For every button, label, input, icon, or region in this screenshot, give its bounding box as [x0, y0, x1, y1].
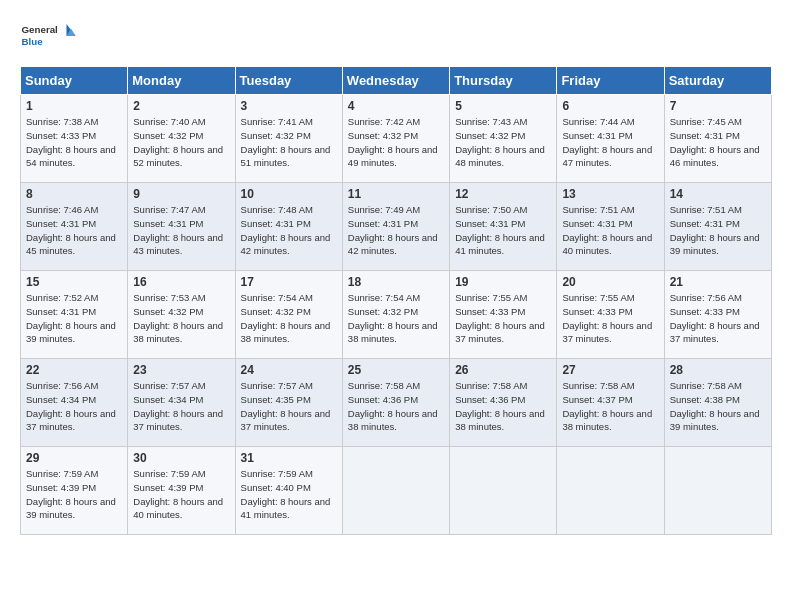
day-number: 12 [455, 187, 551, 201]
calendar-cell [664, 447, 771, 535]
calendar-cell: 31 Sunrise: 7:59 AMSunset: 4:40 PMDaylig… [235, 447, 342, 535]
svg-text:General: General [22, 24, 59, 35]
day-number: 22 [26, 363, 122, 377]
calendar-cell: 5 Sunrise: 7:43 AMSunset: 4:32 PMDayligh… [450, 95, 557, 183]
calendar-cell: 26 Sunrise: 7:58 AMSunset: 4:36 PMDaylig… [450, 359, 557, 447]
cell-details: Sunrise: 7:58 AMSunset: 4:36 PMDaylight:… [348, 380, 438, 432]
calendar-cell: 30 Sunrise: 7:59 AMSunset: 4:39 PMDaylig… [128, 447, 235, 535]
calendar-cell: 18 Sunrise: 7:54 AMSunset: 4:32 PMDaylig… [342, 271, 449, 359]
calendar-body: 1 Sunrise: 7:38 AMSunset: 4:33 PMDayligh… [21, 95, 772, 535]
day-number: 28 [670, 363, 766, 377]
day-number: 9 [133, 187, 229, 201]
logo: General Blue [20, 16, 80, 56]
day-number: 16 [133, 275, 229, 289]
day-number: 20 [562, 275, 658, 289]
cell-details: Sunrise: 7:47 AMSunset: 4:31 PMDaylight:… [133, 204, 223, 256]
cell-details: Sunrise: 7:38 AMSunset: 4:33 PMDaylight:… [26, 116, 116, 168]
day-number: 5 [455, 99, 551, 113]
cell-details: Sunrise: 7:44 AMSunset: 4:31 PMDaylight:… [562, 116, 652, 168]
cell-details: Sunrise: 7:41 AMSunset: 4:32 PMDaylight:… [241, 116, 331, 168]
calendar-cell: 9 Sunrise: 7:47 AMSunset: 4:31 PMDayligh… [128, 183, 235, 271]
cell-details: Sunrise: 7:52 AMSunset: 4:31 PMDaylight:… [26, 292, 116, 344]
calendar-cell: 4 Sunrise: 7:42 AMSunset: 4:32 PMDayligh… [342, 95, 449, 183]
day-of-week-header: Monday [128, 67, 235, 95]
cell-details: Sunrise: 7:48 AMSunset: 4:31 PMDaylight:… [241, 204, 331, 256]
day-number: 24 [241, 363, 337, 377]
cell-details: Sunrise: 7:53 AMSunset: 4:32 PMDaylight:… [133, 292, 223, 344]
calendar-week-row: 22 Sunrise: 7:56 AMSunset: 4:34 PMDaylig… [21, 359, 772, 447]
calendar-cell: 6 Sunrise: 7:44 AMSunset: 4:31 PMDayligh… [557, 95, 664, 183]
calendar-cell: 19 Sunrise: 7:55 AMSunset: 4:33 PMDaylig… [450, 271, 557, 359]
calendar-cell [342, 447, 449, 535]
cell-details: Sunrise: 7:56 AMSunset: 4:33 PMDaylight:… [670, 292, 760, 344]
calendar-header-row: SundayMondayTuesdayWednesdayThursdayFrid… [21, 67, 772, 95]
calendar-week-row: 15 Sunrise: 7:52 AMSunset: 4:31 PMDaylig… [21, 271, 772, 359]
calendar-cell: 23 Sunrise: 7:57 AMSunset: 4:34 PMDaylig… [128, 359, 235, 447]
calendar-cell: 14 Sunrise: 7:51 AMSunset: 4:31 PMDaylig… [664, 183, 771, 271]
day-number: 8 [26, 187, 122, 201]
cell-details: Sunrise: 7:59 AMSunset: 4:39 PMDaylight:… [133, 468, 223, 520]
day-of-week-header: Tuesday [235, 67, 342, 95]
calendar-cell: 8 Sunrise: 7:46 AMSunset: 4:31 PMDayligh… [21, 183, 128, 271]
calendar-cell: 28 Sunrise: 7:58 AMSunset: 4:38 PMDaylig… [664, 359, 771, 447]
cell-details: Sunrise: 7:58 AMSunset: 4:37 PMDaylight:… [562, 380, 652, 432]
day-number: 23 [133, 363, 229, 377]
cell-details: Sunrise: 7:51 AMSunset: 4:31 PMDaylight:… [562, 204, 652, 256]
cell-details: Sunrise: 7:57 AMSunset: 4:34 PMDaylight:… [133, 380, 223, 432]
calendar-week-row: 8 Sunrise: 7:46 AMSunset: 4:31 PMDayligh… [21, 183, 772, 271]
day-number: 29 [26, 451, 122, 465]
day-number: 13 [562, 187, 658, 201]
cell-details: Sunrise: 7:46 AMSunset: 4:31 PMDaylight:… [26, 204, 116, 256]
calendar-cell: 25 Sunrise: 7:58 AMSunset: 4:36 PMDaylig… [342, 359, 449, 447]
calendar-cell: 27 Sunrise: 7:58 AMSunset: 4:37 PMDaylig… [557, 359, 664, 447]
calendar-cell: 1 Sunrise: 7:38 AMSunset: 4:33 PMDayligh… [21, 95, 128, 183]
day-number: 30 [133, 451, 229, 465]
day-number: 6 [562, 99, 658, 113]
day-of-week-header: Thursday [450, 67, 557, 95]
cell-details: Sunrise: 7:49 AMSunset: 4:31 PMDaylight:… [348, 204, 438, 256]
calendar-cell [450, 447, 557, 535]
calendar-week-row: 1 Sunrise: 7:38 AMSunset: 4:33 PMDayligh… [21, 95, 772, 183]
day-of-week-header: Sunday [21, 67, 128, 95]
day-number: 1 [26, 99, 122, 113]
calendar-week-row: 29 Sunrise: 7:59 AMSunset: 4:39 PMDaylig… [21, 447, 772, 535]
day-number: 14 [670, 187, 766, 201]
day-number: 7 [670, 99, 766, 113]
cell-details: Sunrise: 7:58 AMSunset: 4:36 PMDaylight:… [455, 380, 545, 432]
cell-details: Sunrise: 7:51 AMSunset: 4:31 PMDaylight:… [670, 204, 760, 256]
calendar-cell: 17 Sunrise: 7:54 AMSunset: 4:32 PMDaylig… [235, 271, 342, 359]
calendar-cell [557, 447, 664, 535]
calendar-cell: 11 Sunrise: 7:49 AMSunset: 4:31 PMDaylig… [342, 183, 449, 271]
day-number: 11 [348, 187, 444, 201]
calendar-cell: 10 Sunrise: 7:48 AMSunset: 4:31 PMDaylig… [235, 183, 342, 271]
calendar-cell: 16 Sunrise: 7:53 AMSunset: 4:32 PMDaylig… [128, 271, 235, 359]
calendar-cell: 12 Sunrise: 7:50 AMSunset: 4:31 PMDaylig… [450, 183, 557, 271]
calendar-cell: 3 Sunrise: 7:41 AMSunset: 4:32 PMDayligh… [235, 95, 342, 183]
cell-details: Sunrise: 7:55 AMSunset: 4:33 PMDaylight:… [562, 292, 652, 344]
day-number: 2 [133, 99, 229, 113]
cell-details: Sunrise: 7:56 AMSunset: 4:34 PMDaylight:… [26, 380, 116, 432]
calendar-cell: 7 Sunrise: 7:45 AMSunset: 4:31 PMDayligh… [664, 95, 771, 183]
cell-details: Sunrise: 7:40 AMSunset: 4:32 PMDaylight:… [133, 116, 223, 168]
calendar-cell: 20 Sunrise: 7:55 AMSunset: 4:33 PMDaylig… [557, 271, 664, 359]
cell-details: Sunrise: 7:43 AMSunset: 4:32 PMDaylight:… [455, 116, 545, 168]
calendar-cell: 29 Sunrise: 7:59 AMSunset: 4:39 PMDaylig… [21, 447, 128, 535]
calendar-cell: 15 Sunrise: 7:52 AMSunset: 4:31 PMDaylig… [21, 271, 128, 359]
day-number: 25 [348, 363, 444, 377]
cell-details: Sunrise: 7:45 AMSunset: 4:31 PMDaylight:… [670, 116, 760, 168]
svg-text:Blue: Blue [22, 36, 44, 47]
day-of-week-header: Friday [557, 67, 664, 95]
cell-details: Sunrise: 7:50 AMSunset: 4:31 PMDaylight:… [455, 204, 545, 256]
day-number: 27 [562, 363, 658, 377]
cell-details: Sunrise: 7:54 AMSunset: 4:32 PMDaylight:… [348, 292, 438, 344]
calendar-cell: 22 Sunrise: 7:56 AMSunset: 4:34 PMDaylig… [21, 359, 128, 447]
day-number: 31 [241, 451, 337, 465]
day-number: 15 [26, 275, 122, 289]
day-number: 26 [455, 363, 551, 377]
calendar-cell: 2 Sunrise: 7:40 AMSunset: 4:32 PMDayligh… [128, 95, 235, 183]
calendar-cell: 21 Sunrise: 7:56 AMSunset: 4:33 PMDaylig… [664, 271, 771, 359]
day-number: 4 [348, 99, 444, 113]
cell-details: Sunrise: 7:57 AMSunset: 4:35 PMDaylight:… [241, 380, 331, 432]
cell-details: Sunrise: 7:55 AMSunset: 4:33 PMDaylight:… [455, 292, 545, 344]
day-of-week-header: Wednesday [342, 67, 449, 95]
